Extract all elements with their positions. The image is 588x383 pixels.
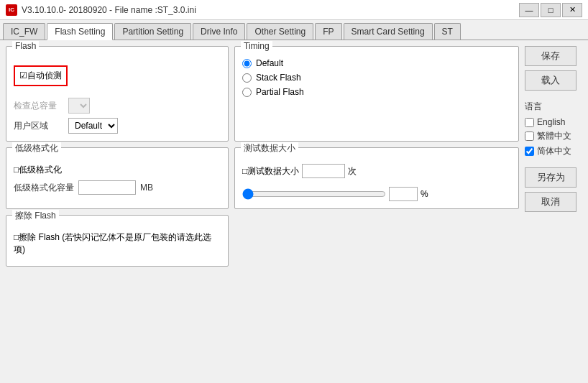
timing-default-radio[interactable] [242, 59, 252, 68]
check-capacity-label: 检查总容量 [14, 100, 64, 112]
save-as-button[interactable]: 另存为 [525, 167, 576, 188]
timing-options: Default Stack Flash Partial Flash [242, 58, 511, 97]
erase-flash-checkbox[interactable]: □擦除 Flash (若快闪记忆体不是原厂包装的请选此选项) [14, 232, 211, 254]
bottom-buttons: 另存为 取消 [525, 167, 582, 212]
timing-stack-radio[interactable] [242, 73, 252, 83]
lang-simp-checkbox[interactable] [525, 147, 534, 156]
lang-trad-label: 繁體中文 [537, 130, 571, 142]
tab-ic-fw[interactable]: IC_FW [3, 23, 45, 40]
erase-group-title: 擦除 Flash [12, 210, 59, 222]
user-area-label: 用户区域 [14, 120, 64, 132]
lang-simp-label: 简体中文 [537, 145, 571, 157]
language-section: 语言 English 繁體中文 简体中文 [525, 101, 582, 157]
low-format-unit: MB [140, 183, 153, 193]
timing-group-title: Timing [241, 41, 272, 51]
low-format-capacity-input[interactable] [78, 180, 136, 195]
low-format-group: 低级格式化 □低级格式化 低级格式化容量 MB [6, 147, 229, 209]
tab-st[interactable]: ST [434, 23, 461, 40]
lang-english: English [525, 117, 582, 127]
tab-drive-info[interactable]: Drive Info [193, 23, 245, 40]
main-content: Flash ☑自动侦测 检查总容量 用户区域 [0, 40, 588, 379]
tab-other-setting[interactable]: Other Setting [247, 23, 313, 40]
auto-detect-checkbox[interactable]: ☑自动侦测 [14, 65, 68, 86]
lang-simplified-chinese: 简体中文 [525, 145, 582, 157]
flash-group: Flash ☑自动侦测 检查总容量 用户区域 [6, 46, 229, 142]
lang-english-label: English [537, 117, 565, 127]
flash-group-title: Flash [12, 41, 39, 51]
title-bar: IC V3.10.10.0- 20180920 - File name :ST_… [0, 0, 588, 20]
erase-group: 擦除 Flash □擦除 Flash (若快闪记忆体不是原厂包装的请选此选项) [6, 215, 229, 267]
title-bar-left: IC V3.10.10.0- 20180920 - File name :ST_… [6, 4, 196, 16]
test-data-inner: □测试数据大小 次 % [242, 158, 511, 201]
save-button[interactable]: 保存 [525, 46, 576, 66]
lang-english-checkbox[interactable] [525, 118, 534, 127]
slider-row: % [242, 187, 511, 201]
test-data-checkbox[interactable]: □测试数据大小 [242, 165, 299, 177]
tab-flash-setting[interactable]: Flash Setting [47, 23, 113, 40]
flash-fields: 检查总容量 用户区域 Default [14, 98, 221, 134]
flash-timing-row: Flash ☑自动侦测 检查总容量 用户区域 [6, 46, 519, 142]
tab-fp[interactable]: FP [315, 23, 341, 40]
test-data-title: 测试数据大小 [241, 142, 298, 154]
low-format-capacity-label: 低级格式化容量 [14, 182, 74, 194]
app-icon: IC [6, 4, 17, 16]
check-capacity-select[interactable] [68, 98, 90, 114]
load-button[interactable]: 载入 [525, 70, 576, 91]
check-capacity-row: 检查总容量 [14, 98, 221, 114]
timing-partial-label: Partial Flash [256, 87, 304, 97]
title-bar-controls: — □ ✕ [519, 3, 582, 17]
timing-stack-row: Stack Flash [242, 73, 511, 83]
test-percent-input[interactable] [389, 187, 418, 201]
timing-stack-label: Stack Flash [256, 73, 301, 83]
test-count-row: □测试数据大小 次 [242, 164, 511, 178]
tab-smart-card-setting[interactable]: Smart Card Setting [344, 23, 433, 40]
lang-trad-checkbox[interactable] [525, 131, 534, 141]
percent-label: % [421, 189, 428, 199]
test-count-input[interactable] [302, 164, 345, 178]
right-sidebar: 保存 载入 语言 English 繁體中文 简体中文 另存为 取消 [525, 46, 582, 373]
test-count-unit: 次 [348, 165, 357, 177]
maximize-button[interactable]: □ [541, 3, 561, 17]
auto-detect-label: ☑自动侦测 [19, 70, 62, 82]
timing-partial-radio[interactable] [242, 88, 252, 97]
timing-partial-row: Partial Flash [242, 87, 511, 97]
test-data-group: 测试数据大小 □测试数据大小 次 % [234, 147, 519, 209]
lang-traditional-chinese: 繁體中文 [525, 130, 582, 142]
close-button[interactable]: ✕ [562, 3, 582, 17]
low-format-checkbox[interactable]: □低级格式化 [14, 165, 62, 175]
window-title: V3.10.10.0- 20180920 - File name :ST_3.0… [22, 5, 196, 15]
test-data-slider[interactable] [242, 188, 386, 200]
low-format-capacity-row: 低级格式化容量 MB [14, 180, 221, 195]
timing-default-label: Default [256, 58, 283, 68]
minimize-button[interactable]: — [519, 3, 539, 17]
tab-partition-setting[interactable]: Partition Setting [114, 23, 191, 40]
user-area-select[interactable]: Default [68, 118, 118, 134]
lang-title: 语言 [525, 101, 582, 113]
user-area-row: 用户区域 Default [14, 118, 221, 134]
low-format-inner: □低级格式化 低级格式化容量 MB [14, 158, 221, 195]
low-format-test-row: 低级格式化 □低级格式化 低级格式化容量 MB 测试数据大小 [6, 147, 519, 209]
timing-default-row: Default [242, 58, 511, 68]
tab-bar: IC_FW Flash Setting Partition Setting Dr… [0, 20, 588, 40]
low-format-title: 低级格式化 [12, 142, 61, 154]
timing-group: Timing Default Stack Flash Partial Flash [234, 46, 519, 142]
left-panel: Flash ☑自动侦测 检查总容量 用户区域 [6, 46, 519, 373]
cancel-button[interactable]: 取消 [525, 192, 576, 212]
